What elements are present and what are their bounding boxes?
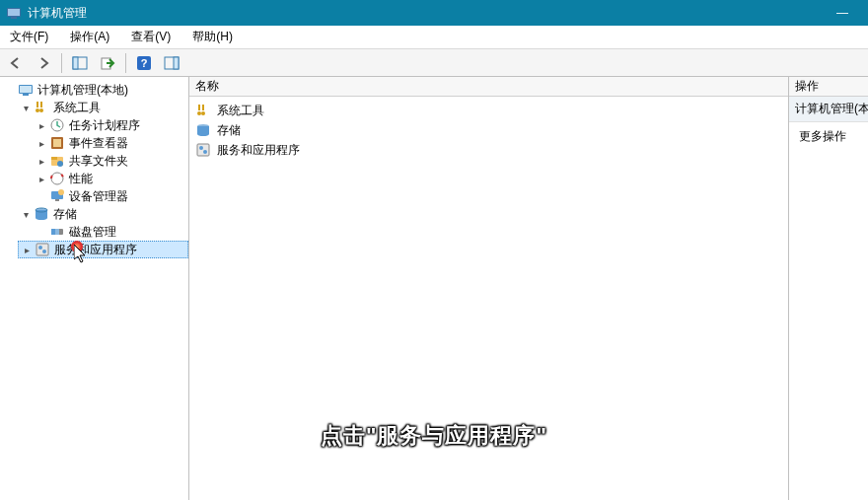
svg-text:?: ? (141, 57, 148, 69)
tree-label: 任务计划程序 (69, 117, 140, 134)
tree-label: 共享文件夹 (69, 153, 128, 170)
menu-help[interactable]: 帮助(H) (188, 27, 237, 47)
svg-rect-12 (23, 94, 29, 96)
storage-icon (195, 122, 211, 138)
list-column-header-name[interactable]: 名称 (189, 77, 788, 97)
svg-point-35 (201, 111, 205, 115)
wrench-icon (195, 103, 211, 118)
svg-point-32 (38, 246, 42, 250)
svg-rect-2 (11, 17, 17, 19)
main-area: ▸ 计算机管理(本地) ▾ 系统工具 (0, 77, 868, 500)
tree-root[interactable]: ▸ 计算机管理(本地) (2, 81, 188, 99)
device-manager-icon (49, 188, 65, 204)
event-viewer-icon (49, 135, 65, 151)
collapse-icon[interactable]: ▾ (20, 102, 32, 113)
tree-performance[interactable]: ▸ 性能 (34, 170, 188, 187)
app-icon (6, 5, 22, 21)
shared-folders-icon (49, 153, 65, 169)
list-pane: 名称 系统工具 存储 服务和应用程序 (189, 77, 789, 500)
tree-label: 性能 (69, 171, 93, 187)
list-item-label: 系统工具 (217, 103, 264, 119)
svg-point-25 (58, 189, 64, 195)
tree-label: 事件查看器 (69, 135, 128, 152)
performance-icon (49, 171, 65, 186)
collapse-icon[interactable]: ▾ (20, 208, 32, 220)
tree-label: 磁盘管理 (69, 224, 116, 241)
svg-point-34 (197, 111, 201, 115)
tree-device-manager[interactable]: ▸ 设备管理器 (34, 187, 188, 205)
tree-task-scheduler[interactable]: ▸ 任务计划程序 (34, 116, 188, 134)
computer-management-icon (18, 82, 34, 98)
window-title: 计算机管理 (28, 5, 87, 22)
svg-point-38 (199, 146, 203, 150)
svg-point-33 (42, 250, 46, 253)
tree-system-tools[interactable]: ▾ 系统工具 (18, 99, 188, 116)
list-item[interactable]: 存储 (193, 120, 784, 140)
actions-section-title: 计算机管理(本地) (789, 97, 868, 122)
expand-icon[interactable]: ▸ (36, 137, 47, 149)
disk-management-icon (49, 224, 65, 240)
tree-label: 服务和应用程序 (54, 242, 137, 258)
tree-event-viewer[interactable]: ▸ 事件查看器 (34, 134, 188, 152)
clock-icon (49, 117, 65, 133)
actions-header: 操作 (789, 77, 868, 97)
svg-rect-9 (174, 57, 179, 69)
titlebar: 计算机管理 — (0, 0, 868, 26)
tree-label: 存储 (53, 206, 77, 223)
svg-rect-30 (55, 229, 59, 235)
show-hide-tree-button[interactable] (68, 52, 92, 74)
nav-forward-button[interactable] (32, 52, 55, 74)
tree-label: 设备管理器 (69, 188, 128, 205)
wrench-icon (34, 100, 49, 115)
svg-rect-31 (36, 244, 48, 255)
list-item-label: 存储 (217, 122, 241, 139)
svg-rect-4 (73, 57, 78, 69)
list-item-label: 服务和应用程序 (217, 142, 300, 159)
expand-icon[interactable]: ▸ (36, 173, 47, 184)
menu-file[interactable]: 文件(F) (6, 27, 52, 47)
svg-point-39 (203, 150, 207, 154)
svg-rect-24 (55, 199, 59, 201)
click-marker-icon (71, 241, 83, 252)
toolbar: ? (0, 49, 868, 77)
nav-back-button[interactable] (4, 52, 28, 74)
expand-icon[interactable]: ▸ (21, 244, 33, 255)
expand-icon[interactable]: ▸ (36, 155, 47, 167)
tree-label: 系统工具 (53, 100, 101, 116)
actions-pane: 操作 计算机管理(本地) 更多操作 (789, 77, 868, 500)
services-apps-icon (195, 142, 211, 158)
svg-rect-17 (53, 139, 61, 147)
list-item[interactable]: 系统工具 (193, 101, 784, 120)
actions-more-link[interactable]: 更多操作 (789, 122, 868, 151)
svg-rect-11 (20, 86, 32, 93)
tree-disk-management[interactable]: ▸ 磁盘管理 (34, 223, 188, 241)
svg-rect-1 (8, 9, 20, 16)
tree-label: 计算机管理(本地) (37, 82, 128, 99)
list-item[interactable]: 服务和应用程序 (193, 140, 784, 160)
tree-shared-folders[interactable]: ▸ 共享文件夹 (34, 152, 188, 170)
svg-rect-19 (51, 157, 57, 160)
svg-rect-29 (51, 229, 55, 235)
svg-point-14 (39, 108, 43, 112)
export-list-button[interactable] (96, 52, 119, 74)
tree-storage[interactable]: ▾ 存储 (18, 205, 188, 223)
tree-services-apps[interactable]: ▸ 服务和应用程序 (18, 241, 188, 258)
tree-pane[interactable]: ▸ 计算机管理(本地) ▾ 系统工具 (0, 77, 189, 500)
toolbar-separator (61, 53, 62, 73)
svg-point-13 (36, 108, 39, 112)
menubar: 文件(F) 操作(A) 查看(V) 帮助(H) (0, 26, 868, 49)
storage-icon (34, 206, 49, 222)
minimize-button[interactable]: — (823, 0, 862, 26)
services-apps-icon (35, 242, 50, 257)
list-body[interactable]: 系统工具 存储 服务和应用程序 (189, 97, 788, 500)
expand-icon[interactable]: ▸ (36, 119, 47, 131)
menu-action[interactable]: 操作(A) (66, 27, 113, 47)
toolbar-separator (125, 53, 126, 73)
help-button[interactable]: ? (132, 52, 156, 74)
show-action-pane-button[interactable] (160, 52, 183, 74)
menu-view[interactable]: 查看(V) (127, 27, 175, 47)
svg-point-20 (57, 161, 63, 167)
svg-rect-37 (197, 144, 209, 156)
